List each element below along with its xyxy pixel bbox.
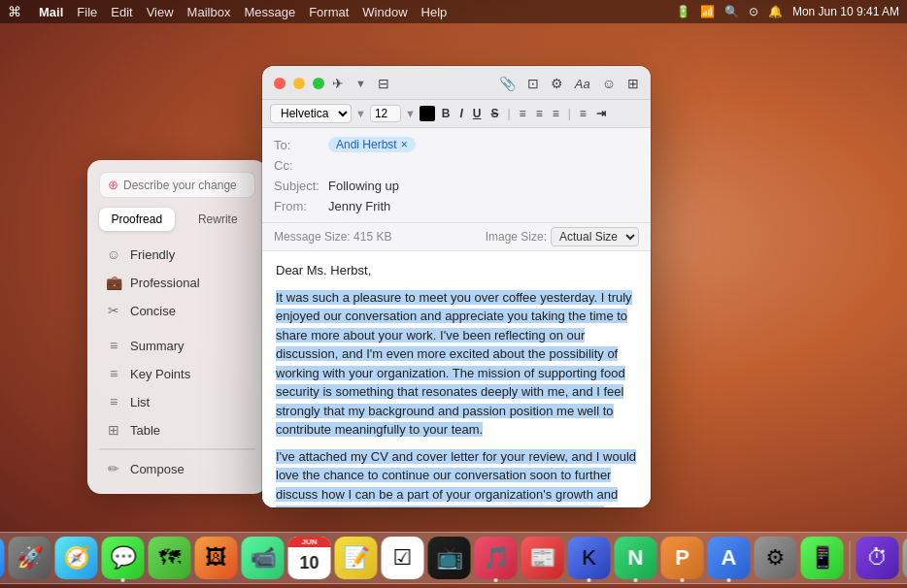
mail-paragraph2-selected: I've attached my CV and cover letter for… <box>276 449 636 508</box>
siri-icon[interactable]: ⊙ <box>749 5 758 18</box>
dock-news[interactable]: 📰 <box>521 537 564 579</box>
maximize-button[interactable] <box>313 78 324 89</box>
dock: 🔵 🚀 🧭 💬 🗺 🖼 📹 JUN 10 📝 ☑ 📺 🎵 📰 K N P A ⚙… <box>0 532 907 584</box>
close-button[interactable] <box>274 78 286 89</box>
mail-headers: To: Andi Herbst × Cc: Subject: Following… <box>262 128 651 223</box>
tab-proofread[interactable]: Proofread <box>99 208 175 231</box>
mail-paragraph1: It was such a pleasure to meet you over … <box>276 288 637 440</box>
dock-pages[interactable]: P <box>661 537 704 579</box>
ai-menu-list[interactable]: ≡ List <box>99 388 255 415</box>
ai-menu-summary[interactable]: ≡ Summary <box>99 332 255 359</box>
dock-finder[interactable]: 🔵 <box>0 537 5 579</box>
ai-menu-summary-label: Summary <box>130 339 185 353</box>
dock-facetime[interactable]: 📹 <box>242 537 285 579</box>
concise-icon: ✂ <box>105 303 122 318</box>
ai-menu-compose-label: Compose <box>130 462 185 476</box>
subject-label: Subject: <box>274 179 322 193</box>
text-format-button[interactable]: Aa <box>575 77 590 91</box>
subject-value[interactable]: Following up <box>328 179 399 193</box>
dock-phone[interactable]: 📱 <box>801 537 844 579</box>
wifi-icon: 📶 <box>700 5 715 18</box>
summary-icon: ≡ <box>105 338 122 353</box>
attach-button[interactable]: 📎 <box>499 76 516 91</box>
dock-launchpad[interactable]: 🚀 <box>9 537 51 579</box>
ai-search-box[interactable]: ⊕ <box>99 172 255 198</box>
menu-format[interactable]: Format <box>309 5 349 19</box>
ai-search-input[interactable] <box>123 179 247 192</box>
emoji-button[interactable]: ☺ <box>602 76 616 91</box>
underline-button[interactable]: U <box>470 106 485 121</box>
ai-menu-concise-label: Concise <box>130 304 176 318</box>
dock-tv[interactable]: 📺 <box>428 537 471 579</box>
cc-row[interactable]: Cc: <box>274 155 639 176</box>
search-icon[interactable]: 🔍 <box>724 5 739 18</box>
keypoints-icon: ≡ <box>105 366 122 381</box>
photo-button[interactable]: ⊞ <box>627 76 639 91</box>
ai-menu-friendly-label: Friendly <box>130 247 175 262</box>
ai-tabs: Proofread Rewrite <box>99 208 255 231</box>
menu-window[interactable]: Window <box>362 5 407 19</box>
layout-button[interactable]: ⊡ <box>527 76 539 91</box>
image-size-label: Image Size: <box>486 230 547 244</box>
ai-menu-table[interactable]: ⊞ Table <box>99 416 255 443</box>
mail-window: ✈ ▼ ⊟ 📎 ⊡ ⚙ Aa ☺ ⊞ Helvetica ▼ ▼ B I U S… <box>262 66 651 507</box>
strikethrough-button[interactable]: S <box>487 106 501 121</box>
message-size-label: Message Size: 415 KB <box>274 230 391 244</box>
ai-menu-professional[interactable]: 💼 Professional <box>99 269 255 296</box>
ai-menu-items: ☺ Friendly 💼 Professional ✂ Concise ≡ Su… <box>99 241 255 482</box>
dock-maps[interactable]: 🗺 <box>149 537 191 579</box>
menu-mailbox[interactable]: Mailbox <box>187 5 231 19</box>
dock-calendar[interactable]: JUN 10 <box>288 537 331 579</box>
dock-numbers[interactable]: N <box>615 537 657 579</box>
app-name[interactable]: Mail <box>39 5 63 19</box>
dock-photos[interactable]: 🖼 <box>195 537 238 579</box>
indent-button[interactable]: ⇥ <box>593 106 609 121</box>
from-value[interactable]: Jenny Frith <box>328 199 390 213</box>
menu-help[interactable]: Help <box>421 5 448 19</box>
image-size-area: Image Size: Actual Size Large Medium Sma… <box>486 227 639 246</box>
menu-message[interactable]: Message <box>244 5 295 19</box>
compose-icon: ✏ <box>105 461 122 476</box>
align-left-button[interactable]: ≡ <box>517 106 529 121</box>
notification-icon[interactable]: 🔔 <box>768 5 783 18</box>
dock-safari[interactable]: 🧭 <box>55 537 98 579</box>
image-size-select[interactable]: Actual Size Large Medium Small <box>551 227 639 246</box>
send-button[interactable]: ✈ <box>332 76 344 91</box>
ai-menu-keypoints[interactable]: ≡ Key Points <box>99 360 255 387</box>
ai-menu-concise[interactable]: ✂ Concise <box>99 297 255 324</box>
apple-menu[interactable]: ⌘ <box>8 4 21 19</box>
friendly-icon: ☺ <box>105 246 122 262</box>
tab-rewrite[interactable]: Rewrite <box>181 208 256 231</box>
italic-button[interactable]: I <box>456 106 465 121</box>
dock-music[interactable]: 🎵 <box>475 537 518 579</box>
dock-trash[interactable]: 🗑 <box>903 537 908 579</box>
list-icon: ≡ <box>105 394 122 409</box>
ai-menu-friendly[interactable]: ☺ Friendly <box>99 241 255 268</box>
menu-view[interactable]: View <box>147 5 174 19</box>
ai-menu-compose[interactable]: ✏ Compose <box>99 455 255 482</box>
menu-file[interactable]: File <box>77 5 97 19</box>
mail-body[interactable]: Dear Ms. Herbst, It was such a pleasure … <box>262 251 651 507</box>
dock-settings[interactable]: ⚙ <box>755 537 797 579</box>
to-recipient-chip[interactable]: Andi Herbst × <box>328 137 416 152</box>
font-color-picker[interactable] <box>420 106 435 121</box>
format-button[interactable]: ⊟ <box>378 76 389 91</box>
dock-keynote[interactable]: K <box>568 537 611 579</box>
dock-notes[interactable]: 📝 <box>335 537 378 579</box>
send-dropdown[interactable]: ▼ <box>355 78 366 89</box>
align-right-button[interactable]: ≡ <box>550 106 562 121</box>
dock-reminders[interactable]: ☑ <box>382 537 424 579</box>
list-button[interactable]: ≡ <box>577 106 589 121</box>
to-label: To: <box>274 138 322 152</box>
minimize-button[interactable] <box>293 78 305 89</box>
settings-button[interactable]: ⚙ <box>551 76 563 91</box>
bold-button[interactable]: B <box>439 106 454 121</box>
font-selector[interactable]: Helvetica <box>270 104 352 123</box>
dock-messages[interactable]: 💬 <box>102 537 145 579</box>
dock-screentime[interactable]: ⏱ <box>857 537 899 579</box>
align-center-button[interactable]: ≡ <box>533 106 546 121</box>
menu-edit[interactable]: Edit <box>111 5 132 19</box>
font-size-input[interactable] <box>370 105 401 122</box>
to-recipient-remove[interactable]: × <box>401 138 408 151</box>
dock-appstore[interactable]: A <box>708 537 751 579</box>
